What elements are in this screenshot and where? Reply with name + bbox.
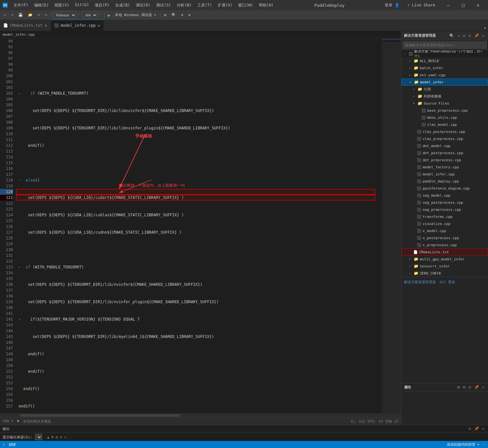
status-add-to-source[interactable]: 添加到源代码管理 ▾ bbox=[447, 442, 479, 447]
output-close[interactable]: ✕ bbox=[481, 426, 485, 431]
output-source-dropdown[interactable] bbox=[35, 434, 42, 440]
project-batch-infer[interactable]: ▸ 📁 batch_infer bbox=[401, 64, 488, 71]
tab-cmake-close[interactable]: ✕ bbox=[44, 23, 47, 28]
project-multi-gpu[interactable]: ▸ 📁 multi_gpu_model_infer bbox=[401, 256, 488, 263]
file-x-postprocess[interactable]: ⬛ x_postprocess.cpp bbox=[401, 234, 488, 241]
menu-help[interactable]: 帮助(H) bbox=[256, 2, 276, 9]
cpp-icon-detpost: ⬛ bbox=[417, 151, 421, 155]
file-transforms[interactable]: ⬛ transforms.cpp bbox=[401, 213, 488, 220]
file-x-preprocess[interactable]: ⬛ x_preprocess.cpp bbox=[401, 241, 488, 248]
toolbar-redo[interactable]: ↪ bbox=[43, 12, 49, 18]
panel-settings-icon[interactable]: ⚙ bbox=[468, 33, 472, 38]
toolbar-extra3[interactable]: ≡ bbox=[179, 12, 185, 18]
scrollbar-thumb[interactable] bbox=[20, 414, 180, 417]
file-clas-preprocess[interactable]: ⬛ clas_preprocess.cpp bbox=[401, 135, 488, 142]
horizontal-scrollbar[interactable] bbox=[0, 413, 401, 418]
file-det-preprocess[interactable]: ⬛ det_preprocess.cpp bbox=[401, 156, 488, 163]
file-clas-model[interactable]: ⬛ clas_model.cpp bbox=[401, 121, 488, 128]
search-input[interactable] bbox=[403, 42, 487, 49]
folder-icon-tensorrt: 📁 bbox=[414, 264, 418, 268]
menu-edit[interactable]: 编辑(E) bbox=[32, 2, 52, 9]
close-btn[interactable]: ✕ bbox=[471, 0, 485, 10]
git-changes-link[interactable]: Git 更改 bbox=[440, 280, 455, 285]
menu-tools[interactable]: 工具(T) bbox=[195, 2, 215, 9]
panel-close-icon[interactable]: ✕ bbox=[481, 33, 485, 38]
code-area[interactable]: 手动添加 先注释掉，下面这句，在上面新加一句 ▸ if (WITH_PADDLE… bbox=[16, 38, 382, 413]
props-icon2[interactable]: ⊟ bbox=[462, 385, 466, 390]
platform-dropdown[interactable]: x64 bbox=[82, 12, 98, 19]
file-base-preprocess[interactable]: ⬛ base_preprocess.cpp bbox=[401, 107, 488, 114]
solution-root[interactable]: ▾ ⬛ 解决方案'PaddleDeploy'(7个项目，共7个) bbox=[401, 50, 488, 57]
code-line-105: ▸ if (WITH_PADDLE_TENSORRT) bbox=[19, 264, 382, 270]
file-visualize[interactable]: ⬛ visualize.cpp bbox=[401, 220, 488, 227]
login-btn[interactable]: 登录 👤 bbox=[383, 2, 401, 9]
toolbar-extra1[interactable]: ⊞ bbox=[162, 12, 168, 18]
toolbar-undo[interactable]: ↩ bbox=[36, 12, 42, 18]
project-tensorrt[interactable]: ▸ 📁 tensorrt_infer bbox=[401, 263, 488, 270]
zoom-level[interactable]: 100 % bbox=[3, 419, 13, 424]
file-bbox-utils[interactable]: ⬛ bbox_utils.cpp bbox=[401, 114, 488, 121]
toolbar-forward[interactable]: → bbox=[9, 12, 15, 18]
panel-pin-icon[interactable]: 📌 bbox=[473, 33, 480, 38]
editor-content[interactable]: 9495969798 99100101102103 10410510610710… bbox=[0, 38, 401, 413]
menu-extensions[interactable]: 扩展(X) bbox=[215, 2, 235, 9]
menu-file[interactable]: 文件(F) bbox=[11, 2, 31, 9]
file-model-infer-cpp[interactable]: ⬛ model_infer.cpp bbox=[401, 171, 488, 178]
file-seg-preprocess[interactable]: ⬛ seg_preprocess.cpp bbox=[401, 206, 488, 213]
menu-git[interactable]: Git(G) bbox=[72, 2, 91, 9]
menu-debug[interactable]: 调试(D) bbox=[133, 2, 153, 9]
file-paddle-deploy[interactable]: ⬛ paddle_deploy.cpp bbox=[401, 178, 488, 185]
menu-analyze[interactable]: 分析(N) bbox=[174, 2, 194, 9]
toolbar-open[interactable]: 📁 bbox=[26, 12, 34, 18]
file-ppinference[interactable]: ⬛ ppinference_engine.cpp bbox=[401, 185, 488, 192]
props-close[interactable]: ✕ bbox=[481, 385, 485, 390]
live-share-btn[interactable]: ⚡ Live Share bbox=[405, 2, 437, 8]
file-x-model[interactable]: ⬛ x_model.cpp bbox=[401, 227, 488, 234]
folder-ext-deps-label: 外部依赖项 bbox=[424, 94, 441, 99]
panel-refresh-icon[interactable]: ↺ bbox=[456, 33, 461, 38]
status-error-icon: ⚠ bbox=[483, 443, 485, 447]
file-model-factory[interactable]: ⬛ model_factory.cpp bbox=[401, 163, 488, 171]
minimize-btn[interactable]: – bbox=[441, 0, 456, 10]
project-zero-check[interactable]: ▸ 📁 ZERO_CHECK bbox=[401, 270, 488, 277]
project-model-infer[interactable]: ▾ 📁 model_infer bbox=[401, 79, 488, 86]
props-pin[interactable]: 📌 bbox=[473, 385, 480, 390]
folder-references[interactable]: ▸ 📁 引用 bbox=[401, 86, 488, 93]
solution-explorer-link[interactable]: 解决方案资源管理器 bbox=[404, 280, 436, 285]
file-det-postprocess[interactable]: ⬛ det_postprocess.cpp bbox=[401, 149, 488, 156]
run-label[interactable]: 本地 Windows 调试器 ▾ bbox=[113, 12, 158, 18]
tab-scroll-right[interactable]: ▾ bbox=[482, 25, 488, 31]
menu-test[interactable]: 测试(S) bbox=[154, 2, 174, 9]
props-icon1[interactable]: ⊞ bbox=[456, 385, 461, 390]
panel-collapse-icon[interactable]: ⊟ bbox=[462, 33, 466, 38]
output-icon1[interactable]: ⊟ bbox=[468, 426, 472, 431]
toolbar-extra4[interactable]: ⊕ bbox=[186, 12, 192, 18]
toolbar-back[interactable]: ← bbox=[2, 12, 8, 18]
toolbar-extra2[interactable]: 🔍 bbox=[170, 12, 178, 18]
file-seg-model[interactable]: ⬛ seg_model.cpp bbox=[401, 192, 488, 199]
props-icon3[interactable]: ⚙ bbox=[468, 385, 472, 390]
config-dropdown[interactable]: Release bbox=[53, 12, 76, 19]
run-button[interactable]: ▶ bbox=[107, 13, 112, 18]
tab-cmake-label: CMakeLists.txt bbox=[10, 23, 42, 28]
file-clas-postprocess[interactable]: ⬛ clas_postprocess.cpp bbox=[401, 128, 488, 135]
project-ext-yaml[interactable]: ▸ 📁 ext-yaml-cpp bbox=[401, 71, 488, 79]
menu-project[interactable]: 项目(P) bbox=[92, 2, 112, 9]
menu-view[interactable]: 视图(V) bbox=[52, 2, 72, 9]
file-cmakelists[interactable]: 📄 CMakeLists.txt bbox=[401, 248, 488, 256]
folder-source-files[interactable]: ▾ 📁 Source Files bbox=[401, 100, 488, 107]
menu-window[interactable]: 窗口(W) bbox=[236, 2, 256, 9]
output-pin[interactable]: 📌 bbox=[473, 426, 480, 431]
menu-build[interactable]: 生成(B) bbox=[113, 2, 133, 9]
panel-search-icon[interactable]: 🔍 bbox=[448, 33, 455, 38]
tab-cpp-close[interactable]: ✕ bbox=[98, 23, 100, 28]
file-seg-postprocess[interactable]: ⬛ seg_postprocess.cpp bbox=[401, 199, 488, 206]
folder-external-deps[interactable]: ▸ 📁 外部依赖项 bbox=[401, 93, 488, 100]
code-line-101: set(DEPS ${DEPS} ${CUDA_LIB}/cudart${CMA… bbox=[19, 195, 382, 201]
file-det-model[interactable]: ⬛ det_model.cpp bbox=[401, 142, 488, 149]
tab-cmakelists[interactable]: 📄 CMakeLists.txt ✕ bbox=[0, 20, 51, 31]
file-clas-post-label: clas_postprocess.cpp bbox=[423, 130, 465, 134]
toolbar-save[interactable]: 💾 bbox=[16, 12, 25, 18]
maximize-btn[interactable]: □ bbox=[456, 0, 471, 10]
tab-model-infer[interactable]: ⬛ model_infer.cpp ✕ bbox=[51, 20, 104, 31]
